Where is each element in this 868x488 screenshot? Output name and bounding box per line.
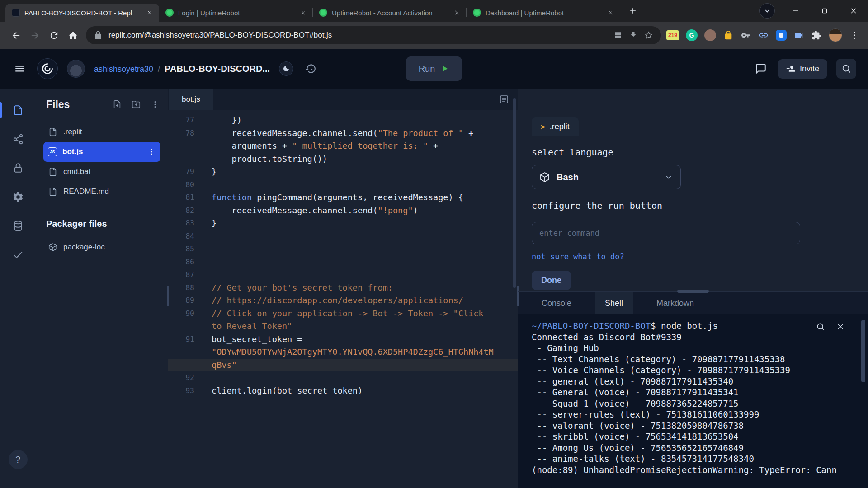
browser-tab[interactable]: UptimeRobot - Account Activation — [313, 4, 467, 22]
rail-checks-icon[interactable] — [0, 240, 36, 269]
code-line[interactable]: 93client.login(bot_secret_token) — [168, 385, 518, 398]
code-line[interactable]: 84 — [168, 230, 518, 243]
files-menu-icon[interactable] — [150, 99, 160, 110]
reload-button[interactable] — [44, 26, 63, 45]
editor-options-icon[interactable] — [499, 94, 509, 105]
tab-close-icon[interactable] — [298, 8, 308, 18]
code-line[interactable]: 82 receivedMessage.channel.send("!pong") — [168, 204, 518, 217]
pane-resize-handle[interactable] — [518, 291, 868, 292]
brown-extension-icon[interactable] — [704, 29, 716, 41]
user-avatar[interactable] — [67, 60, 85, 78]
rail-database-icon[interactable] — [0, 211, 36, 240]
code-line[interactable]: 78 receivedMessage.channel.send("The pro… — [168, 127, 518, 140]
home-button[interactable] — [63, 26, 82, 45]
rail-secrets-lock-icon[interactable] — [0, 154, 36, 183]
breadcrumb-repl-name[interactable]: PABLO-BOY-DISCORD... — [165, 64, 270, 74]
editor-tab-botjs[interactable]: bot.js — [169, 89, 213, 110]
link-extension-icon[interactable] — [758, 30, 769, 41]
code-line[interactable]: 85 — [168, 243, 518, 256]
file-item-cmd-bat[interactable]: cmd.bat — [43, 162, 160, 182]
site-lock-icon[interactable] — [93, 30, 103, 40]
code-line[interactable]: "ODYwMDU5OTYwNjA2OTgyMTY0.YN1vQQ.6XD5HP4… — [168, 346, 518, 359]
download-icon[interactable] — [628, 30, 638, 40]
add-file-icon[interactable] — [112, 99, 123, 110]
code-area[interactable]: 77 })78 receivedMessage.channel.send("Th… — [168, 110, 518, 488]
chat-icon[interactable] — [753, 61, 769, 77]
help-button[interactable]: ? — [9, 450, 28, 469]
rail-version-control-icon[interactable] — [0, 125, 36, 154]
bookmark-star-icon[interactable] — [644, 30, 654, 40]
code-line[interactable]: qBvs" — [168, 359, 518, 372]
browser-tab[interactable]: Login | UptimeRobot — [159, 4, 313, 22]
rail-settings-gear-icon[interactable] — [0, 183, 36, 211]
code-line[interactable]: to Reveal Token" — [168, 320, 518, 333]
run-command-input[interactable] — [532, 222, 800, 244]
file-menu-icon[interactable] — [147, 147, 156, 156]
console-tab-markdown[interactable]: Markdown — [646, 292, 704, 314]
tab-close-icon[interactable] — [606, 8, 616, 18]
code-line[interactable]: 86 — [168, 256, 518, 269]
browser-profile-badge-icon[interactable] — [760, 3, 775, 19]
forward-button[interactable] — [25, 26, 44, 45]
packager-item[interactable]: package-loc... — [43, 237, 160, 257]
password-lock-extension-icon[interactable] — [723, 30, 734, 41]
language-dropdown[interactable]: Bash — [532, 165, 681, 189]
shell-output[interactable]: ~/PABLO-BOY-DISCORD-BOT$node bot.js Conn… — [518, 314, 868, 488]
tab-counter-extension-icon[interactable]: 219 — [666, 30, 679, 40]
repl-visibility-icon[interactable] — [279, 61, 293, 76]
replit-logo[interactable] — [37, 58, 58, 79]
code-line[interactable]: 83} — [168, 217, 518, 230]
console-tab-shell[interactable]: Shell — [595, 292, 633, 314]
maximize-restore-button[interactable] — [810, 0, 839, 22]
browser-tab[interactable]: Dashboard | UptimeRobot — [467, 4, 620, 22]
code-line[interactable]: 87 — [168, 268, 518, 282]
apps-grid-icon[interactable] — [613, 30, 623, 40]
blue-app-extension-icon[interactable] — [776, 30, 787, 41]
breadcrumb-username[interactable]: ashishsoyetra30 — [94, 65, 153, 74]
code-line[interactable]: 89// https://discordapp.com/developers/a… — [168, 294, 518, 307]
tab-close-icon[interactable] — [452, 8, 462, 18]
code-line[interactable]: product.toString()) — [168, 153, 518, 166]
code-line[interactable]: 79} — [168, 165, 518, 178]
grammarly-extension-icon[interactable]: G — [686, 29, 698, 41]
code-line[interactable]: 80 — [168, 178, 518, 192]
extensions-puzzle-icon[interactable] — [811, 30, 822, 41]
code-line[interactable]: 88// Get your bot's secret token from: — [168, 282, 518, 295]
video-camera-extension-icon[interactable] — [793, 30, 804, 41]
shell-search-icon[interactable] — [816, 322, 826, 332]
browser-menu-icon[interactable] — [849, 30, 860, 41]
shell-close-icon[interactable] — [835, 322, 845, 332]
replit-config-tab[interactable]: > .replit — [532, 117, 579, 136]
code-line[interactable]: 91bot_secret_token = — [168, 333, 518, 346]
add-folder-icon[interactable] — [131, 99, 142, 110]
file-item-bot-js[interactable]: JSbot.js — [43, 142, 160, 162]
rail-files-icon[interactable] — [0, 96, 36, 125]
code-line[interactable]: 92 — [168, 371, 518, 385]
code-line[interactable]: 90// Click on your application -> Bot ->… — [168, 307, 518, 320]
config-help-link[interactable]: not sure what to do? — [532, 252, 624, 261]
tab-close-icon[interactable] — [145, 8, 155, 18]
shell-scrollbar[interactable] — [861, 320, 865, 382]
minimize-button[interactable] — [781, 0, 810, 22]
close-window-button[interactable] — [839, 0, 868, 22]
code-line[interactable]: 77 }) — [168, 114, 518, 127]
file-item-replit[interactable]: .replit — [43, 122, 160, 142]
browser-tab[interactable]: PABLO-BOY-DISCORD-BOT - Repl — [5, 4, 159, 22]
browser-profile-avatar[interactable] — [829, 28, 842, 42]
back-button[interactable] — [6, 26, 25, 45]
editor-resize-handle[interactable] — [517, 286, 519, 306]
key-extension-icon[interactable] — [741, 30, 751, 41]
console-tab-console[interactable]: Console — [532, 292, 581, 314]
run-button[interactable]: Run — [406, 56, 462, 81]
file-item-readme-md[interactable]: README.md — [43, 182, 160, 202]
header-search-icon[interactable] — [836, 59, 856, 79]
address-bar[interactable]: replit.com/@ashishsoyetra30/PABLO-BOY-DI… — [86, 26, 661, 44]
new-tab-button[interactable] — [625, 3, 641, 19]
history-icon[interactable] — [302, 61, 319, 77]
editor-scrollbar[interactable] — [513, 98, 516, 288]
invite-button[interactable]: Invite — [778, 59, 827, 79]
done-button[interactable]: Done — [532, 271, 571, 290]
code-line[interactable]: 81function pingCommand(arguments, receiv… — [168, 191, 518, 204]
code-line[interactable]: arguments + " multiplied together is: " … — [168, 140, 518, 153]
hamburger-menu-icon[interactable] — [12, 61, 28, 77]
